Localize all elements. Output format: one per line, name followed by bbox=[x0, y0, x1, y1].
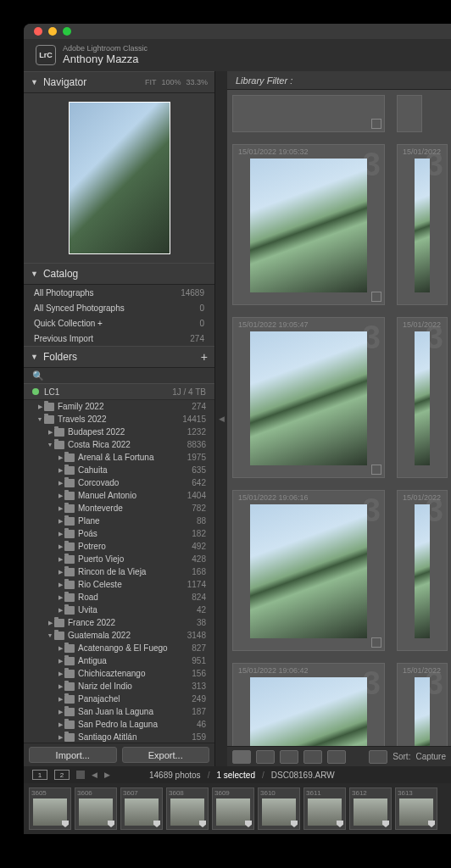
filmstrip-cell[interactable]: 3611 bbox=[303, 787, 346, 830]
folder-item[interactable]: ▶Puerto Viejo428 bbox=[24, 553, 214, 565]
folder-search[interactable]: 🔍 bbox=[24, 368, 214, 383]
user-name: Anthony Mazza bbox=[63, 53, 148, 66]
catalog-item[interactable]: Quick Collection +0 bbox=[24, 315, 214, 331]
library-filter-bar[interactable]: Library Filter : bbox=[227, 71, 451, 90]
grid-view-icon[interactable] bbox=[232, 750, 251, 764]
sort-value[interactable]: Capture bbox=[415, 752, 446, 761]
folder-item[interactable]: ▶Panajachel249 bbox=[24, 693, 214, 705]
screen-2[interactable]: 2 bbox=[54, 770, 70, 780]
folder-item[interactable]: ▶Arenal & La Fortuna1975 bbox=[24, 451, 214, 464]
folder-icon bbox=[64, 670, 75, 678]
catalog-header[interactable]: ▼ Catalog bbox=[24, 263, 214, 285]
grid-cell[interactable]: 15/01/20223 bbox=[397, 663, 448, 746]
screen-1[interactable]: 1 bbox=[32, 770, 47, 780]
filmstrip-cell[interactable]: 3610 bbox=[258, 787, 300, 830]
collapse-left-icon[interactable]: ◀ bbox=[215, 71, 227, 766]
folder-icon bbox=[64, 682, 75, 691]
survey-view-icon[interactable] bbox=[303, 750, 322, 764]
filmstrip[interactable]: 360536063607360836093610361136123613 bbox=[24, 783, 451, 834]
grid-cell[interactable]: 15/01/20223 bbox=[397, 490, 448, 651]
folder-item[interactable]: ▶San Juan la Laguna187 bbox=[24, 705, 214, 718]
next-icon[interactable]: ▶ bbox=[104, 771, 110, 779]
cell-timestamp: 15/01/2022 19:06:16 bbox=[238, 493, 309, 502]
filmstrip-cell[interactable]: 3612 bbox=[349, 787, 392, 830]
zoom-33[interactable]: 33.3% bbox=[186, 78, 208, 86]
zoom-fit[interactable]: FIT bbox=[145, 78, 157, 86]
zoom-100[interactable]: 100% bbox=[161, 78, 181, 86]
grid-cell[interactable]: 15/01/2022 19:06:163 bbox=[232, 490, 385, 651]
filmstrip-index: 3611 bbox=[306, 789, 321, 797]
grid-cell[interactable]: 15/01/20223 bbox=[397, 317, 448, 478]
app-window: LrC Adobe Lightroom Classic Anthony Mazz… bbox=[24, 24, 451, 834]
export-button[interactable]: Export... bbox=[122, 747, 210, 763]
product-name: Adobe Lightroom Classic bbox=[63, 45, 148, 53]
grid-icon[interactable] bbox=[76, 771, 85, 779]
folder-item[interactable]: ▶Manuel Antonio1404 bbox=[24, 489, 214, 502]
folder-item[interactable]: ▶Rincon de la Vieja168 bbox=[24, 565, 214, 578]
folder-item[interactable]: ▶Uvita42 bbox=[24, 604, 214, 616]
folder-item[interactable]: ▶Budapest 20221232 bbox=[24, 426, 214, 438]
grid-cell[interactable]: 15/01/2022 19:05:323 bbox=[232, 144, 385, 305]
grid-area: Library Filter : 15/01/2022 19:05:32315/… bbox=[227, 71, 451, 766]
filmstrip-cell[interactable]: 3606 bbox=[75, 787, 117, 830]
folder-item[interactable]: ▶Monteverde782 bbox=[24, 502, 214, 515]
folder-item[interactable]: ▶Antigua951 bbox=[24, 654, 214, 667]
filmstrip-cell[interactable]: 3608 bbox=[166, 787, 209, 830]
minimize-icon[interactable] bbox=[48, 27, 57, 36]
painter-icon[interactable] bbox=[369, 750, 387, 764]
navigator-header[interactable]: ▼ Navigator FIT 100% 33.3% bbox=[24, 71, 214, 93]
folder-icon bbox=[64, 466, 75, 475]
chevron-down-icon: ▼ bbox=[31, 353, 38, 361]
import-button[interactable]: Import... bbox=[29, 747, 117, 763]
grid-cell[interactable]: 15/01/2022 19:05:473 bbox=[232, 317, 385, 478]
navigator-preview[interactable] bbox=[69, 102, 170, 254]
grid-cell[interactable] bbox=[232, 95, 385, 132]
catalog-item[interactable]: All Photographs14689 bbox=[24, 285, 214, 300]
folder-item[interactable]: ▶Family 2022274 bbox=[24, 400, 214, 413]
grid-cell[interactable]: 15/01/20223 bbox=[397, 144, 448, 305]
folder-item[interactable]: ▶Nariz del Indio313 bbox=[24, 680, 214, 693]
add-folder-icon[interactable]: + bbox=[201, 350, 208, 364]
navigator-title: Navigator bbox=[43, 76, 86, 88]
catalog-item[interactable]: All Synced Photographs0 bbox=[24, 300, 214, 315]
folder-item[interactable]: ▶Road824 bbox=[24, 591, 214, 604]
grid-cell[interactable] bbox=[397, 95, 422, 132]
folder-item[interactable]: ▶San Pedro la Laguna46 bbox=[24, 718, 214, 731]
filmstrip-cell[interactable]: 3609 bbox=[212, 787, 254, 830]
folder-icon bbox=[54, 441, 64, 449]
grid-cell[interactable]: 15/01/2022 19:06:423 bbox=[232, 663, 385, 746]
close-icon[interactable] bbox=[34, 27, 42, 36]
people-view-icon[interactable] bbox=[327, 750, 346, 764]
folders-header[interactable]: ▼ Folders + bbox=[24, 346, 214, 368]
folder-icon bbox=[44, 403, 54, 411]
folder-icon bbox=[64, 708, 75, 716]
folder-icon bbox=[64, 581, 75, 589]
filmstrip-cell[interactable]: 3613 bbox=[395, 787, 437, 830]
folder-item[interactable]: ▼Travels 202214415 bbox=[24, 413, 214, 426]
folder-item[interactable]: ▶Potrero492 bbox=[24, 540, 214, 553]
maximize-icon[interactable] bbox=[63, 27, 71, 36]
folder-item[interactable]: ▶Acatenango & El Fuego827 bbox=[24, 642, 214, 654]
folder-item[interactable]: ▶Corcovado642 bbox=[24, 476, 214, 489]
folder-item[interactable]: ▶France 202238 bbox=[24, 616, 214, 629]
folder-item[interactable]: ▼Costa Rica 20228836 bbox=[24, 438, 214, 451]
folder-item[interactable]: ▶Poás182 bbox=[24, 527, 214, 540]
folder-item[interactable]: ▶Plane88 bbox=[24, 515, 214, 527]
prev-icon[interactable]: ◀ bbox=[92, 771, 97, 779]
folder-item[interactable]: ▶Chichicaztenango156 bbox=[24, 667, 214, 680]
loupe-view-icon[interactable] bbox=[256, 750, 275, 764]
filmstrip-index: 3613 bbox=[398, 789, 413, 797]
catalog-item[interactable]: Previous Import274 bbox=[24, 331, 214, 346]
window-titlebar bbox=[24, 24, 451, 39]
filmstrip-cell[interactable]: 3605 bbox=[29, 787, 71, 830]
folder-item[interactable]: ▶Rio Celeste1174 bbox=[24, 578, 214, 591]
compare-view-icon[interactable] bbox=[280, 750, 298, 764]
status-file: DSC08169.ARW bbox=[271, 771, 335, 780]
folder-item[interactable]: ▼Guatemala 20223148 bbox=[24, 629, 214, 642]
folder-icon bbox=[64, 606, 75, 615]
folder-item[interactable]: ▶Cahuita635 bbox=[24, 464, 214, 476]
folder-item[interactable]: ▶Santiago Atitlán159 bbox=[24, 731, 214, 743]
volume-row[interactable]: LC1 1J / 4 TB bbox=[24, 383, 214, 400]
filmstrip-cell[interactable]: 3607 bbox=[120, 787, 163, 830]
folder-icon bbox=[64, 492, 75, 500]
